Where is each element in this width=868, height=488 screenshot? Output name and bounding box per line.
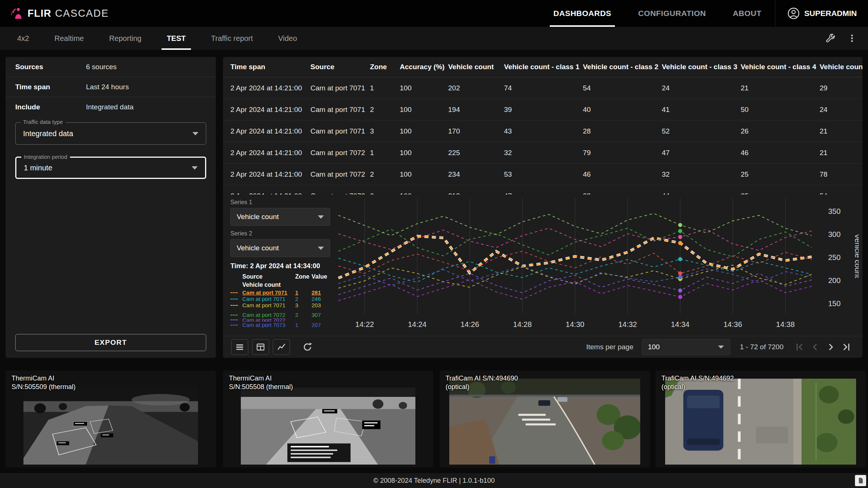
- video-title-line1: ThermiCam AI: [229, 374, 293, 383]
- column-header[interactable]: Vehicle count - class 5: [820, 63, 862, 71]
- column-header[interactable]: Vehicle count - class 4: [741, 63, 820, 71]
- tooltip-series-row[interactable]: Cam at port 70712246: [230, 296, 333, 302]
- first-page-button[interactable]: [792, 339, 807, 355]
- series-2-select[interactable]: Vehicle count: [230, 239, 330, 257]
- video-title-line2: (optical): [446, 383, 518, 391]
- x-tick-label: 14:32: [618, 320, 637, 328]
- table-cell: Cam at port 7072: [310, 192, 370, 195]
- filter-row: Sources6 sources: [6, 57, 216, 77]
- column-header[interactable]: Vehicle count - class 1: [504, 63, 583, 71]
- table-cell: 21: [820, 149, 862, 157]
- table-cell: 2 Apr 2024 at 14:21:00: [230, 192, 310, 195]
- video-card[interactable]: ThermiCam AIS/N:505508 (thermal): [223, 370, 433, 468]
- prev-page-button[interactable]: [807, 339, 823, 355]
- corner-widget[interactable]: [855, 475, 866, 486]
- table-cell: 24: [820, 106, 862, 114]
- tab-4x2[interactable]: 4x2: [4, 27, 42, 50]
- video-title-line1: TrafiCam AI S/N:494692: [661, 374, 734, 383]
- user-menu[interactable]: SUPERADMIN: [775, 0, 868, 27]
- table-cell: 21: [741, 84, 820, 92]
- table-cell: 24: [662, 84, 741, 92]
- last-page-button[interactable]: [839, 339, 854, 355]
- column-header[interactable]: Zone: [370, 63, 400, 71]
- items-per-page-select[interactable]: 100: [642, 339, 730, 355]
- chevron-down-icon: [192, 166, 198, 170]
- table-cell: 3: [370, 127, 400, 135]
- x-tick-label: 14:26: [460, 320, 479, 328]
- traffic-data-type-select[interactable]: Traffic data typeIntegrated data: [15, 122, 206, 145]
- series-select-label: Series 2: [230, 230, 335, 237]
- column-header[interactable]: Time span: [230, 63, 310, 71]
- table-row[interactable]: 2 Apr 2024 at 14:21:00Cam at port 707121…: [223, 99, 862, 121]
- chart-area[interactable]: 14:2214:2414:2614:2814:3014:3214:3414:36…: [335, 196, 859, 334]
- tooltip-value: 246: [312, 296, 331, 302]
- table-cell: 202: [448, 84, 504, 92]
- tooltip-series-row[interactable]: Cam at port 70711281: [230, 289, 333, 296]
- filters-panel: Sources6 sourcesTime spanLast 24 hoursIn…: [6, 57, 216, 358]
- table-row[interactable]: 2 Apr 2024 at 14:21:00Cam at port 707131…: [223, 121, 862, 142]
- filter-label: Sources: [15, 63, 86, 71]
- tooltip-series-row[interactable]: Cam at port 7072: [230, 318, 333, 322]
- tooltip-series-row[interactable]: Cam at port 70731207: [230, 322, 333, 328]
- series-dash-swatch: [230, 325, 238, 325]
- nav-item-dashboards[interactable]: DASHBOARDS: [540, 0, 625, 27]
- traffic-chart[interactable]: 14:2214:2414:2614:2814:3014:3214:3414:36…: [335, 196, 859, 334]
- column-header[interactable]: Source: [310, 63, 370, 71]
- tab-video[interactable]: Video: [265, 27, 310, 50]
- table-cell: 170: [448, 127, 504, 135]
- tab-test[interactable]: TEST: [154, 27, 198, 50]
- kebab-menu-icon[interactable]: [847, 33, 857, 43]
- tooltip-column-header: Zone: [295, 273, 312, 280]
- x-tick-label: 14:24: [408, 320, 427, 328]
- select-value: Integrated data: [23, 129, 73, 138]
- video-card[interactable]: TrafiCam AI S/N:494690(optical): [440, 370, 650, 468]
- tab-traffic-report[interactable]: Traffic report: [198, 27, 265, 50]
- series-1-select[interactable]: Vehicle count: [230, 208, 330, 226]
- wrench-icon[interactable]: [825, 33, 836, 44]
- table-cell: 2 Apr 2024 at 14:21:00: [230, 84, 310, 92]
- table-row[interactable]: 2 Apr 2024 at 14:21:00Cam at port 707231…: [223, 185, 862, 195]
- table-cell: 225: [448, 149, 504, 157]
- pagination-range: 1 - 72 of 7200: [740, 343, 784, 351]
- y-tick-label: 350: [828, 207, 840, 215]
- tab-reporting[interactable]: Reporting: [96, 27, 154, 50]
- tooltip-series-row[interactable]: Cam at port 70722307: [230, 312, 333, 318]
- y-axis-title: Vehicle count: [853, 234, 859, 278]
- table-cell: 38: [583, 192, 662, 195]
- footer: © 2008-2024 Teledyne FLIR | 1.0.1-b100: [0, 473, 868, 488]
- integration-period-select[interactable]: Integration period1 minute: [15, 157, 206, 179]
- tooltip-column-header: Source: [242, 273, 295, 280]
- tooltip-series-row[interactable]: Cam at port 70713203: [230, 302, 333, 308]
- view-list-button[interactable]: [231, 339, 248, 355]
- table-cell: Cam at port 7071: [310, 106, 370, 114]
- view-chart-button[interactable]: [273, 339, 290, 355]
- table-row[interactable]: 2 Apr 2024 at 14:21:00Cam at port 707211…: [223, 142, 862, 164]
- video-card[interactable]: TrafiCam AI S/N:494692(optical): [655, 370, 866, 468]
- table-row[interactable]: 2 Apr 2024 at 14:21:00Cam at port 707221…: [223, 164, 862, 185]
- video-card[interactable]: ThermiCam AIS/N:505509 (thermal): [6, 370, 216, 468]
- video-frame: [449, 379, 640, 465]
- refresh-icon[interactable]: [300, 339, 315, 355]
- tooltip-value: 203: [312, 302, 331, 308]
- tab-realtime[interactable]: Realtime: [42, 27, 96, 50]
- chart-controls: Series 1Vehicle countSeries 2Vehicle cou…: [223, 195, 335, 336]
- nav-item-about[interactable]: ABOUT: [719, 0, 775, 27]
- column-header[interactable]: Vehicle count - class 2: [583, 63, 662, 71]
- brand[interactable]: FLIR CASCADE: [0, 6, 109, 20]
- column-header[interactable]: Accuracy (%): [400, 63, 448, 71]
- next-page-button[interactable]: [823, 339, 839, 355]
- table-cell: 194: [448, 106, 504, 114]
- series-dash-swatch: [230, 299, 238, 299]
- column-header[interactable]: Vehicle count - class 3: [662, 63, 741, 71]
- table-row[interactable]: 2 Apr 2024 at 14:21:00Cam at port 707111…: [223, 77, 862, 99]
- series-dash-swatch: [230, 320, 238, 320]
- view-split-button[interactable]: [252, 339, 269, 355]
- table-cell: 32: [504, 149, 583, 157]
- brand-flir: FLIR: [28, 8, 51, 19]
- export-button[interactable]: EXPORT: [15, 334, 206, 351]
- video-title: TrafiCam AI S/N:494692(optical): [661, 374, 734, 391]
- column-header[interactable]: Vehicle count: [448, 63, 504, 71]
- nav-item-configuration[interactable]: CONFIGURATION: [625, 0, 719, 27]
- dashboard-tabs: 4x2RealtimeReportingTESTTraffic reportVi…: [0, 27, 310, 50]
- video-title-line1: TrafiCam AI S/N:494690: [446, 374, 518, 383]
